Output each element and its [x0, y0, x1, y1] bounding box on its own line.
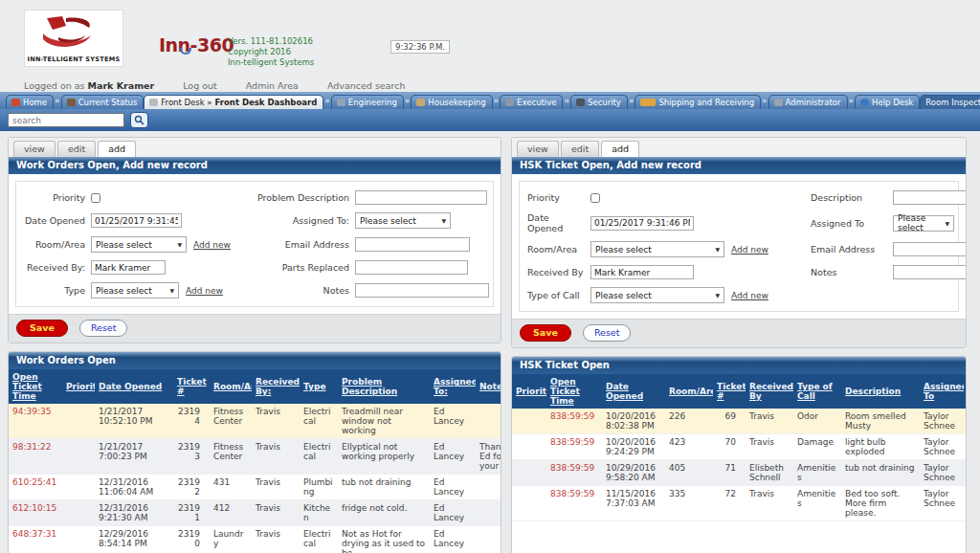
column-header[interactable]: Notes: [964, 374, 967, 409]
cell-room: 431: [210, 475, 252, 500]
type-add-new-link[interactable]: Add new: [186, 286, 223, 296]
received-by-field[interactable]: [590, 265, 694, 279]
column-header[interactable]: Room/Area: [210, 369, 252, 404]
problem-description-field[interactable]: [355, 190, 487, 205]
tab-front-desk-dashboard[interactable]: Front Desk » Front Desk Dashboard: [144, 95, 323, 109]
work-orders-add-form: Priority Problem Description Date Opened…: [15, 181, 494, 307]
column-header[interactable]: Ticket #: [173, 369, 210, 404]
tab-room-inspection-fail-areas[interactable]: Room Inspection Fail Areas: [920, 95, 980, 109]
cell-priority: [512, 486, 546, 521]
table-row[interactable]: 98:31:221/21/2017 7:00:23 PM23193Fitness…: [9, 439, 501, 475]
header-links: Logged on as Mark Kramer Log out Admin A…: [24, 80, 405, 91]
reset-button[interactable]: Reset: [79, 320, 128, 337]
tab-edit[interactable]: edit: [561, 141, 599, 157]
table-row[interactable]: 612:10:1512/31/2016 9:21:30 AM23191412Tr…: [9, 500, 501, 526]
column-header[interactable]: Priority: [62, 369, 95, 404]
cell-assigned: Ed Lancey: [430, 439, 476, 475]
tab-engineering[interactable]: Engineering: [331, 95, 404, 109]
table-row[interactable]: 94:39:351/21/2017 10:52:10 PM23194Fitnes…: [9, 404, 501, 439]
tab-executive[interactable]: Executive: [500, 95, 563, 109]
received-by-field[interactable]: [91, 260, 166, 275]
tab-housekeeping[interactable]: Housekeeping: [411, 95, 492, 109]
cell-time: 612:10:15: [9, 500, 62, 526]
priority-checkbox[interactable]: [91, 193, 100, 203]
tab-current-status[interactable]: Current Status: [61, 95, 145, 109]
cell-date: 10/29/2016 9:58:20 AM: [602, 460, 665, 486]
column-header[interactable]: Problem Description: [338, 369, 430, 404]
date-opened-field[interactable]: [91, 213, 182, 228]
reset-button[interactable]: Reset: [583, 324, 632, 342]
room-area-select[interactable]: Please select▼: [91, 236, 187, 253]
tab-separator: »: [629, 96, 635, 106]
cell-ticket: 23193: [173, 439, 210, 475]
save-button[interactable]: Save: [520, 324, 571, 342]
column-header[interactable]: Open Ticket Time: [9, 369, 62, 404]
tab-add[interactable]: add: [601, 141, 639, 157]
tab-view[interactable]: view: [517, 141, 559, 157]
column-header[interactable]: Type of Call: [793, 374, 841, 409]
notes-field[interactable]: [355, 283, 489, 298]
tab-add[interactable]: add: [98, 141, 136, 157]
table-row[interactable]: 648:37:3112/29/2016 8:54:14 PM23190Laund…: [9, 526, 501, 553]
tab-separator: »: [762, 96, 768, 106]
column-header[interactable]: Ticket #: [713, 374, 746, 409]
column-header[interactable]: Type: [300, 369, 338, 404]
tab-administrator[interactable]: Administrator: [768, 95, 848, 109]
tab-shipping-receiving[interactable]: Shipping and Receiving: [635, 95, 761, 109]
table-row[interactable]: 838:59:5910/20/2016 9:24:29 PM42370Travi…: [512, 434, 967, 460]
cell-time: 94:39:35: [9, 404, 62, 439]
column-header[interactable]: Assigned To: [920, 374, 964, 409]
hsk-view-tabs: view edit add: [512, 138, 966, 157]
room-area-add-new-link[interactable]: Add new: [731, 245, 768, 254]
tab-view[interactable]: view: [13, 141, 56, 157]
tab-home[interactable]: Home: [6, 95, 54, 109]
room-area-select[interactable]: Please select▼: [590, 241, 724, 257]
cell-desc: Room smelled Musty: [841, 409, 920, 434]
priority-checkbox[interactable]: [590, 193, 600, 203]
column-header[interactable]: Date Opened: [95, 369, 173, 404]
logout-link[interactable]: Log out: [183, 80, 217, 91]
column-header[interactable]: Priority: [512, 374, 546, 409]
work-orders-header-row: Open Ticket TimePriorityDate OpenedTicke…: [9, 369, 501, 404]
column-header[interactable]: Room/Area: [665, 374, 713, 409]
type-of-call-select[interactable]: Please select▼: [590, 287, 724, 303]
admin-area-link[interactable]: Admin Area: [246, 80, 299, 91]
notes-field[interactable]: [893, 265, 967, 279]
cell-received: Travis: [746, 409, 793, 434]
housekeeping-icon: [416, 99, 425, 106]
description-field[interactable]: [893, 190, 967, 205]
advanced-search-link[interactable]: Advanced search: [327, 80, 406, 91]
assigned-to-select[interactable]: Please select▼: [355, 212, 451, 229]
cell-notes: [476, 404, 501, 439]
email-address-label: Email Address: [811, 244, 893, 254]
table-row[interactable]: 610:25:4112/31/2016 11:06:04 AM23192431T…: [9, 475, 501, 500]
column-header[interactable]: Description: [841, 374, 920, 409]
date-opened-field[interactable]: [590, 216, 694, 231]
chevron-down-icon: ▼: [177, 241, 182, 248]
table-row[interactable]: 838:59:5910/29/2016 9:58:20 AM40571Elisb…: [512, 460, 967, 486]
home-icon: [11, 99, 20, 106]
email-address-field[interactable]: [893, 242, 967, 256]
assigned-to-select[interactable]: Please select▼: [893, 215, 954, 232]
search-input[interactable]: [8, 113, 124, 127]
room-area-add-new-link[interactable]: Add new: [193, 240, 231, 250]
table-row[interactable]: 838:59:5910/20/2016 8:02:38 PM22669Travi…: [512, 409, 967, 434]
save-button[interactable]: Save: [16, 320, 68, 337]
column-header[interactable]: Received By: [746, 374, 793, 409]
search-button[interactable]: [130, 112, 148, 128]
column-header[interactable]: Notes: [476, 369, 501, 404]
type-select[interactable]: Please select▼: [91, 282, 179, 299]
table-row[interactable]: 838:59:5911/15/2016 7:37:03 AM33572Travi…: [512, 486, 967, 521]
tab-security[interactable]: Security: [570, 95, 628, 109]
column-header[interactable]: Received By:: [252, 369, 300, 404]
email-address-field[interactable]: [355, 237, 470, 252]
tab-help-desk[interactable]: Help Desk: [855, 95, 920, 109]
column-header[interactable]: Assigned To:: [430, 369, 476, 404]
cell-assigned: Taylor Schnee: [920, 486, 964, 521]
type-of-call-add-new-link[interactable]: Add new: [731, 291, 768, 300]
column-header[interactable]: Open Ticket Time: [546, 374, 602, 409]
cell-received: Travis: [252, 500, 300, 526]
tab-edit[interactable]: edit: [57, 141, 96, 157]
parts-replaced-field[interactable]: [355, 260, 468, 275]
column-header[interactable]: Date Opened: [602, 374, 665, 409]
